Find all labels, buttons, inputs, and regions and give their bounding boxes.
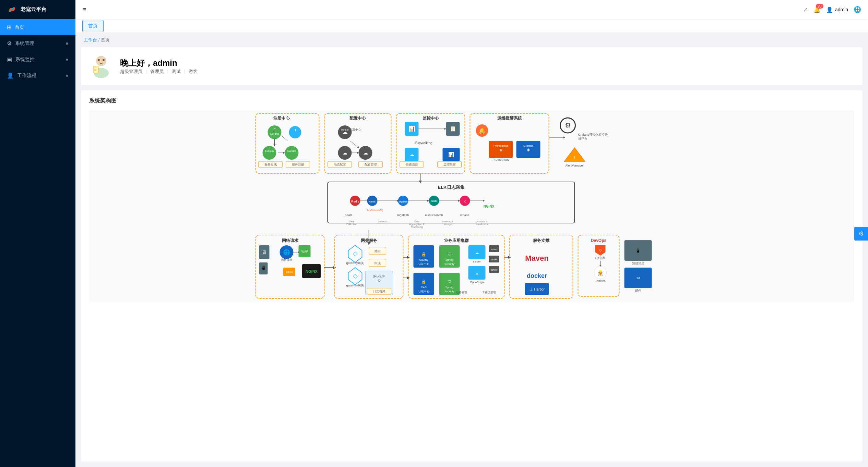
- logo-icon: [7, 4, 17, 15]
- sidebar-item-system-monitor[interactable]: ▣ 系统监控 ∨: [0, 51, 75, 67]
- svg-text:注册中心: 注册中心: [273, 116, 290, 121]
- svg-text:kafka: kafka: [369, 200, 376, 203]
- breadcrumb-current: 首页: [101, 37, 110, 42]
- svg-text:运维报警系统: 运维报警系统: [497, 116, 522, 121]
- svg-rect-183: [578, 235, 619, 297]
- svg-text:Processing: Processing: [411, 226, 423, 229]
- svg-text:配置管理: 配置管理: [365, 163, 377, 166]
- sidebar-item-system-monitor-label: 系统监控: [15, 57, 35, 63]
- svg-text:Eureka: Eureka: [270, 132, 279, 135]
- menu-toggle-button[interactable]: ≡: [82, 6, 86, 14]
- logo-text: 老寇云平台: [21, 6, 46, 13]
- sidebar-item-workflow[interactable]: 👤 工作流程 ∨: [0, 67, 75, 84]
- svg-text:Jenkins: Jenkins: [595, 279, 606, 283]
- svg-text:Oauth2: Oauth2: [419, 258, 428, 261]
- chevron-down-icon: ∨: [66, 41, 69, 46]
- chevron-down-icon-2: ∨: [66, 57, 69, 62]
- header-left: ≡: [82, 6, 86, 14]
- svg-text:🛡: 🛡: [448, 252, 452, 257]
- svg-text:CDN: CDN: [286, 270, 293, 274]
- notification-badge: 28: [816, 4, 823, 9]
- svg-text:☁: ☁: [363, 150, 368, 156]
- svg-text:◇: ◇: [599, 248, 602, 252]
- header: ≡ ⤢ 🔔 28 👤 admin 🌐: [75, 0, 868, 19]
- admin-info[interactable]: 👤 admin: [826, 7, 848, 13]
- svg-text:NGiNX: NGiNX: [484, 205, 495, 208]
- welcome-greeting: 晚上好，admin: [120, 58, 198, 69]
- svg-text:📊: 📊: [408, 125, 415, 132]
- welcome-text: 晚上好，admin 超级管理员 | 管理员 | 测试 | 游客: [120, 58, 198, 75]
- globe-icon[interactable]: 🌐: [854, 6, 861, 13]
- header-right: ⤢ 🔔 28 👤 admin 🌐: [803, 6, 861, 13]
- svg-text:🛡: 🛡: [448, 279, 452, 284]
- svg-text:链路追踪: 链路追踪: [405, 163, 418, 166]
- svg-text:WAF: WAF: [301, 250, 308, 253]
- sidebar-item-system-mgmt-label: 系统管理: [15, 40, 34, 47]
- svg-point-0: [96, 56, 106, 66]
- svg-text:NGiNX: NGiNX: [306, 269, 318, 273]
- svg-text:监控指挥: 监控指挥: [443, 163, 456, 166]
- svg-text:✦: ✦: [294, 128, 297, 132]
- svg-text:网关服务: 网关服务: [361, 238, 378, 243]
- svg-text:Prometheus: Prometheus: [494, 144, 508, 147]
- svg-text:☁: ☁: [475, 251, 479, 255]
- sidebar-item-system-mgmt[interactable]: ⚙ 系统管理 ∨: [0, 35, 75, 51]
- settings-float-button[interactable]: ⚙: [854, 227, 868, 241]
- svg-text:◇: ◇: [353, 250, 358, 257]
- svg-text:elastic: elastic: [431, 200, 438, 202]
- svg-text:⚙: ⚙: [565, 122, 571, 129]
- sidebar-item-home[interactable]: ⊞ 首页: [0, 19, 75, 35]
- svg-text:DevOps: DevOps: [591, 238, 607, 243]
- svg-text:Git仓库: Git仓库: [595, 256, 606, 260]
- svg-text:认证中心: 认证中心: [418, 262, 429, 266]
- sidebar: 老寇云平台 ⊞ 首页 ⚙ 系统管理 ∨ ▣ 系统监控 ∨ 👤 工作流程 ∨: [0, 0, 75, 467]
- svg-point-15: [263, 146, 276, 160]
- breadcrumb-separator: /: [98, 37, 101, 42]
- svg-text:Data: Data: [414, 220, 419, 223]
- svg-text:K: K: [464, 200, 466, 203]
- svg-text:Redis: Redis: [351, 200, 359, 203]
- role-divider-2: |: [167, 69, 168, 75]
- svg-text:📋: 📋: [450, 125, 456, 132]
- svg-text:Collection: Collection: [346, 223, 357, 225]
- svg-text:👷: 👷: [597, 270, 604, 276]
- svg-text:server: server: [473, 260, 481, 263]
- notification-icon[interactable]: 🔔 28: [813, 6, 821, 13]
- svg-text:📊: 📊: [448, 152, 454, 158]
- svg-text:gateway网关: gateway网关: [346, 284, 364, 287]
- svg-point-17: [285, 146, 299, 160]
- main-content: ≡ ⤢ 🔔 28 👤 admin 🌐 首页 工作台: [75, 0, 868, 467]
- page-body: 首页 工作台 / 首页 晚上好，admin: [75, 19, 868, 467]
- svg-text:AlertManager: AlertManager: [565, 164, 584, 167]
- tab-home[interactable]: 首页: [82, 20, 104, 32]
- svg-text:🌐: 🌐: [283, 249, 290, 256]
- svg-line-20: [282, 136, 288, 141]
- svg-text:🔔: 🔔: [479, 127, 486, 134]
- home-icon: ⊞: [7, 24, 11, 30]
- breadcrumb-workspace[interactable]: 工作台: [84, 37, 97, 42]
- svg-text:Security: Security: [444, 262, 454, 266]
- svg-text:Indexing &: Indexing &: [442, 220, 453, 223]
- sidebar-logo: 老寇云平台: [0, 0, 75, 19]
- role-test: 测试: [172, 69, 181, 75]
- architecture-section: 系统架构图 注册中心 E Eureka ✦ Eureka Eureka: [81, 90, 863, 462]
- svg-text:Eureka: Eureka: [265, 149, 274, 152]
- sidebar-item-home-label: 首页: [15, 24, 24, 30]
- chevron-down-icon-3: ∨: [66, 73, 69, 78]
- svg-text:🔒: 🔒: [421, 279, 426, 284]
- gear-icon: ⚙: [7, 40, 12, 47]
- svg-text:visualization: visualization: [475, 223, 488, 225]
- svg-text:docker: docker: [527, 272, 547, 279]
- breadcrumb: 工作台 / 首页: [75, 33, 868, 47]
- monitor-icon: ▣: [7, 56, 12, 63]
- svg-point-3: [103, 59, 105, 61]
- svg-text:☁: ☁: [343, 150, 347, 156]
- svg-text:OpenFeign: OpenFeign: [470, 281, 484, 284]
- svg-text:配置中心: 配置中心: [350, 128, 361, 131]
- svg-text:📱: 📱: [261, 265, 266, 270]
- svg-text:Data: Data: [349, 220, 354, 223]
- svg-text:监控中心: 监控中心: [423, 116, 439, 121]
- svg-text:server: server: [491, 248, 498, 250]
- expand-icon[interactable]: ⤢: [803, 7, 808, 13]
- svg-text:Grafana可视化监控分: Grafana可视化监控分: [578, 133, 608, 136]
